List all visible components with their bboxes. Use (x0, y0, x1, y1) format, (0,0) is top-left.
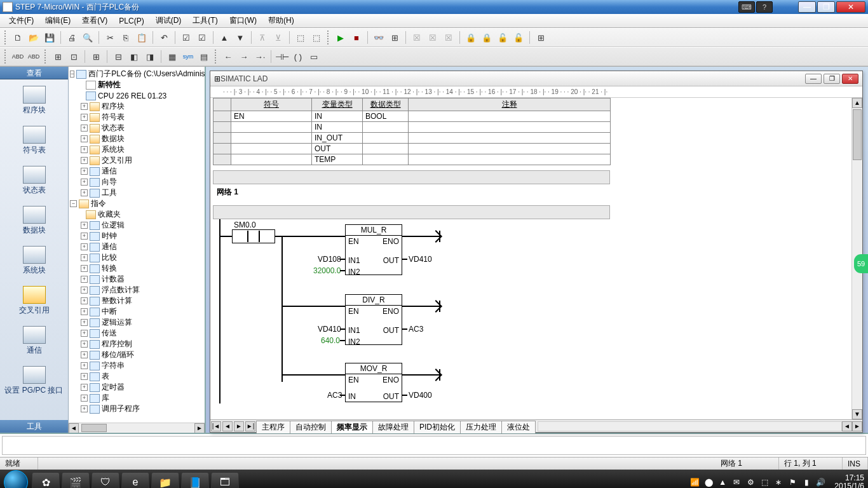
tree-instr[interactable]: +字符串 (70, 360, 203, 371)
tree-instr[interactable]: +浮点数计算 (70, 285, 203, 295)
tab[interactable]: 压力处理 (460, 421, 502, 433)
ed-minimize-button[interactable]: — (805, 74, 822, 84)
nav-pgpc[interactable]: 设置 PG/PC 接口 (0, 362, 68, 402)
tab[interactable]: PID初始化 (414, 421, 461, 433)
paste-icon[interactable]: 📋 (135, 30, 149, 44)
expand-icon[interactable]: + (81, 395, 88, 402)
tree-instr[interactable]: +比较 (70, 252, 203, 263)
tree-group[interactable]: +工具 (70, 187, 203, 198)
tree-instr[interactable]: +表 (70, 371, 203, 382)
bookmark-icon[interactable]: ⊡ (67, 50, 81, 64)
menu-help[interactable]: 帮助(H) (263, 14, 299, 27)
expand-icon[interactable]: + (81, 135, 88, 142)
collapse-icon[interactable]: − (70, 200, 77, 207)
menu-edit[interactable]: 编辑(E) (40, 14, 76, 27)
expand-icon[interactable]: + (81, 319, 88, 326)
chart3-icon[interactable]: ☒ (442, 30, 456, 44)
taskbar-app[interactable]: 🎬 (62, 472, 90, 488)
tree-instr[interactable]: +逻辑运算 (70, 317, 203, 328)
expand-icon[interactable]: + (81, 341, 88, 348)
nav-footer[interactable]: 工具 (0, 420, 68, 433)
scroll-left-icon[interactable]: ◄ (69, 423, 79, 433)
tab-prev-icon[interactable]: ◄ (222, 421, 233, 431)
col-vartype[interactable]: 变量类型 (312, 98, 363, 111)
addr-sym-icon[interactable]: ABD (27, 50, 41, 64)
ladder-network[interactable]: SM0.0 MUL_R ENENO IN1OUT IN2 (213, 219, 836, 403)
toolbar-grip[interactable] (4, 30, 7, 44)
tab[interactable]: 自动控制 (290, 421, 332, 433)
expand-icon[interactable]: + (81, 405, 88, 412)
tab[interactable]: 主程序 (256, 421, 290, 433)
expand-icon[interactable]: + (81, 189, 88, 196)
scroll-left-icon[interactable]: ◄ (842, 421, 852, 431)
preview-icon[interactable]: 🔍 (81, 30, 95, 44)
bluetooth-icon[interactable]: ∗ (773, 477, 783, 487)
expand-icon[interactable]: + (81, 222, 88, 229)
minimize-button[interactable]: — (798, 1, 816, 13)
contact-icon[interactable]: ⊣⊢ (275, 50, 289, 64)
taskbar-app[interactable]: ✿ (32, 472, 60, 488)
tray-icon[interactable]: ⬚ (759, 477, 770, 487)
chart1-icon[interactable]: ☒ (410, 30, 424, 44)
view-stl-icon[interactable]: ▤ (197, 50, 211, 64)
expand-icon[interactable]: + (81, 297, 88, 304)
expand-icon[interactable]: + (81, 287, 88, 294)
status-icon[interactable]: ⊞ (388, 30, 402, 44)
menu-view[interactable]: 查看(V) (77, 14, 112, 27)
compile-icon[interactable]: ☑ (179, 30, 193, 44)
nav-cross-ref[interactable]: 交叉引用 (0, 282, 68, 322)
editor-hscroll[interactable] (538, 421, 842, 431)
toolbar-grip[interactable] (4, 50, 7, 64)
tree-instr-fav[interactable]: 收藏夹 (70, 209, 203, 220)
expand-icon[interactable]: + (81, 243, 88, 250)
tree-instr[interactable]: +中断 (70, 306, 203, 317)
scroll-right-icon[interactable]: ► (852, 421, 862, 431)
function-block-mov[interactable]: MOV_R ENENO INOUT (345, 363, 402, 402)
tab-first-icon[interactable]: |◄ (211, 421, 221, 431)
battery-icon[interactable]: ▮ (801, 477, 811, 487)
toolbar-grip[interactable] (327, 30, 330, 44)
clock[interactable]: 17:15 2015/1/6 (834, 474, 864, 488)
toolbar-grip[interactable] (44, 50, 47, 64)
download-icon[interactable]: ▼ (233, 30, 247, 44)
force4-icon[interactable]: 🔓 (512, 30, 526, 44)
editor-content[interactable]: 符号 变量类型 数据类型 注释 ENINBOOL IN IN_OUT OUT T… (210, 98, 851, 419)
paste-pou-icon[interactable]: ⬚ (309, 30, 323, 44)
insert-net-icon[interactable]: ⊼ (255, 30, 269, 44)
tab[interactable]: 故障处理 (372, 421, 414, 433)
nav-communication[interactable]: 通信 (0, 322, 68, 362)
project-icon[interactable]: ⊞ (534, 30, 548, 44)
table-row[interactable]: IN (214, 122, 611, 133)
copy-icon[interactable]: ⎘ (119, 30, 133, 44)
menu-file[interactable]: 文件(F) (4, 14, 39, 27)
toggle2-icon[interactable]: ◨ (143, 50, 157, 64)
table-row[interactable]: OUT (214, 144, 611, 154)
tree-group[interactable]: +通信 (70, 166, 203, 177)
tab-next-icon[interactable]: ► (234, 421, 244, 431)
function-block-mul[interactable]: MUL_R ENENO IN1OUT IN2 (345, 224, 402, 275)
tree-group[interactable]: +交叉引用 (70, 155, 203, 166)
save-icon[interactable]: 💾 (43, 30, 57, 44)
project-tree[interactable]: −西门子PLC备份 (C:\Users\Administ 新特性 CPU 226… (69, 67, 205, 423)
tab-active[interactable]: 频率显示 (331, 421, 373, 433)
expand-icon[interactable]: + (81, 330, 88, 337)
new-icon[interactable]: 🗋 (11, 30, 25, 44)
expand-icon[interactable]: + (81, 308, 88, 315)
pou-comment-bar[interactable] (213, 170, 610, 184)
maximize-button[interactable]: ❐ (817, 1, 835, 13)
tree-instr[interactable]: +通信 (70, 241, 203, 252)
addr-abs-icon[interactable]: ABD (11, 50, 25, 64)
tree-group[interactable]: +程序块 (70, 101, 203, 112)
chart2-icon[interactable]: ☒ (426, 30, 440, 44)
function-block-div[interactable]: DIV_R ENENO IN1OUT IN2 (345, 294, 402, 345)
tree-instr[interactable]: +转换 (70, 263, 203, 274)
taskbar-app[interactable]: 📘 (181, 472, 209, 488)
taskbar-app[interactable]: 🛡 (92, 472, 119, 488)
expand-icon[interactable]: + (81, 125, 88, 132)
monitor-icon[interactable]: 👓 (372, 30, 386, 44)
tree-instr[interactable]: +定时器 (70, 382, 203, 393)
expand-icon[interactable]: + (81, 276, 88, 283)
expand-icon[interactable]: + (81, 362, 88, 369)
tree-instr-root[interactable]: −指令 (70, 198, 203, 209)
open-icon[interactable]: 📂 (27, 30, 41, 44)
